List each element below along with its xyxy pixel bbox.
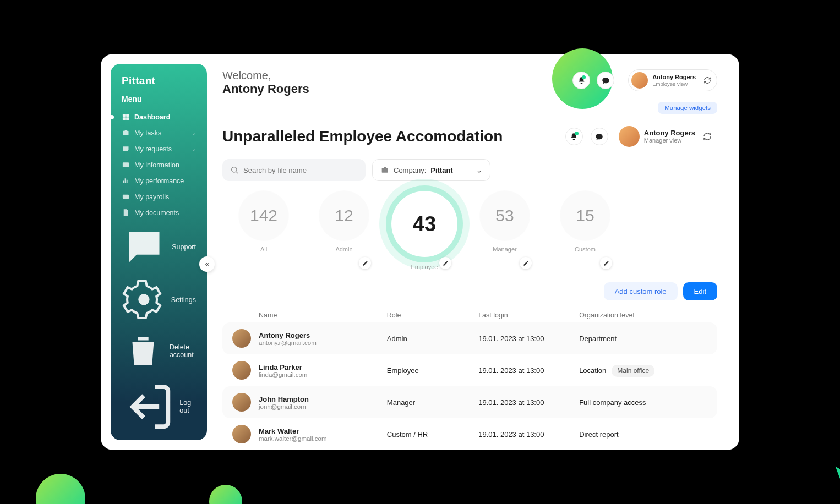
cell-login: 19.01. 2023 at 13:00 bbox=[478, 430, 579, 439]
sidebar-item-information[interactable]: My information bbox=[114, 157, 204, 173]
stat-manager[interactable]: 53Manager bbox=[474, 191, 535, 270]
avatar bbox=[631, 72, 648, 89]
sidebar-item-label: My performance bbox=[134, 177, 184, 185]
svg-rect-5 bbox=[123, 195, 129, 199]
cell-org: Full company access bbox=[579, 398, 646, 407]
profile-switcher-employee[interactable]: Antony Rogers Employee view bbox=[628, 69, 717, 91]
stat-number: 53 bbox=[495, 206, 514, 225]
company-filter[interactable]: Company: Pittant ⌄ bbox=[372, 159, 490, 181]
refresh-icon bbox=[703, 132, 712, 141]
stat-bubble: 12 bbox=[319, 191, 369, 240]
controls-row: Company: Pittant ⌄ bbox=[222, 159, 717, 181]
page-title: Unparalleled Employee Accomodation bbox=[222, 128, 558, 145]
sidebar-item-settings[interactable]: Settings bbox=[114, 273, 204, 326]
search-input[interactable] bbox=[243, 166, 358, 174]
cell-role: Custom / HR bbox=[387, 430, 478, 439]
dashboard-icon bbox=[122, 113, 130, 121]
profile-name: Antony Rogers bbox=[652, 74, 696, 80]
sidebar-item-label: My payrolls bbox=[134, 193, 169, 201]
profile-name: Antony Rogers bbox=[644, 129, 695, 137]
notifications-button[interactable] bbox=[572, 72, 590, 89]
id-card-icon bbox=[122, 161, 130, 169]
cell-name: Linda Parker bbox=[259, 363, 387, 371]
stat-custom[interactable]: 15Custom bbox=[555, 191, 615, 270]
wallet-icon bbox=[122, 193, 130, 201]
sidebar-item-payrolls[interactable]: My payrolls bbox=[114, 189, 204, 205]
sidebar-item-label: Delete account bbox=[170, 343, 196, 359]
sidebar-item-requests[interactable]: My requests ⌄ bbox=[114, 141, 204, 157]
document-icon bbox=[122, 209, 130, 217]
manage-widgets-button[interactable]: Manage widgets bbox=[658, 102, 717, 114]
profile-role: Employee view bbox=[652, 81, 696, 87]
sidebar-item-tasks[interactable]: My tasks ⌄ bbox=[114, 125, 204, 141]
sidebar-item-delete[interactable]: Delete account bbox=[114, 326, 204, 376]
avatar bbox=[619, 126, 640, 147]
profile-switcher-manager[interactable]: Antony Rogers Manager view bbox=[616, 124, 717, 149]
cell-name: Antony Rogers bbox=[259, 331, 387, 339]
stat-label: Manager bbox=[493, 246, 516, 253]
collapse-sidebar-button[interactable]: « bbox=[199, 256, 215, 272]
edit-stat-button[interactable] bbox=[359, 257, 371, 269]
chart-icon bbox=[122, 177, 130, 185]
chat-icon bbox=[122, 224, 167, 270]
edit-button[interactable]: Edit bbox=[683, 282, 717, 300]
sidebar-item-performance[interactable]: My performance bbox=[114, 173, 204, 189]
edit-stat-button[interactable] bbox=[439, 257, 451, 269]
cell-role: Manager bbox=[387, 398, 478, 407]
sidebar-item-documents[interactable]: My documents bbox=[114, 205, 204, 221]
add-custom-role-button[interactable]: Add custom role bbox=[604, 282, 678, 300]
svg-rect-4 bbox=[123, 162, 129, 167]
cell-name: John Hampton bbox=[259, 395, 387, 403]
stat-label: Employee bbox=[411, 264, 438, 270]
welcome-greeting: Welcome, bbox=[222, 69, 309, 82]
chevron-down-icon: ⌄ bbox=[192, 130, 196, 136]
table-actions: Add custom role Edit bbox=[222, 282, 717, 300]
col-login: Last login bbox=[478, 311, 579, 319]
sidebar-item-support[interactable]: Support bbox=[114, 221, 204, 273]
chat-bubble-icon bbox=[595, 133, 603, 141]
search-icon bbox=[230, 166, 239, 174]
stat-employee[interactable]: 43Employee bbox=[394, 191, 455, 270]
stat-all[interactable]: 142All bbox=[233, 191, 294, 270]
cell-email: linda@gmail.com bbox=[259, 371, 387, 378]
messages-button[interactable] bbox=[597, 72, 614, 89]
sidebar-item-label: Settings bbox=[171, 296, 196, 304]
svg-point-6 bbox=[138, 294, 149, 305]
pencil-icon bbox=[523, 260, 529, 266]
header: Welcome, Antony Rogers Antony Rogers Emp… bbox=[222, 69, 717, 96]
table-row[interactable]: Linda Parkerlinda@gmail.comEmployee19.01… bbox=[222, 354, 717, 386]
stat-admin[interactable]: 12Admin bbox=[314, 191, 374, 270]
decor-circle bbox=[209, 485, 242, 504]
app-window: Pittant Menu Dashboard My tasks ⌄ My req… bbox=[101, 54, 739, 450]
edit-stat-button[interactable] bbox=[600, 257, 612, 269]
sidebar-footer-list: Support Settings Delete account Log out bbox=[111, 221, 207, 440]
col-org: Organization level bbox=[579, 311, 707, 319]
decor-circle bbox=[36, 474, 85, 504]
table-row[interactable]: John Hamptonjonh@gmail.comManager19.01. … bbox=[222, 386, 717, 418]
cursor-click-icon bbox=[831, 462, 840, 487]
cell-name: Mark Walter bbox=[259, 427, 387, 435]
notifications-button-2[interactable] bbox=[565, 128, 583, 145]
nav-list: Dashboard My tasks ⌄ My requests ⌄ My in… bbox=[111, 109, 207, 221]
main-content: Welcome, Antony Rogers Antony Rogers Emp… bbox=[217, 54, 739, 450]
cell-email: jonh@gmail.com bbox=[259, 403, 387, 410]
sidebar-item-label: My tasks bbox=[134, 129, 161, 137]
messages-button-2[interactable] bbox=[591, 128, 608, 145]
org-tag: Main office bbox=[612, 365, 654, 377]
svg-rect-1 bbox=[126, 114, 129, 117]
table-row[interactable]: Antony Rogersantony.r@gmail.comAdmin19.0… bbox=[222, 322, 717, 354]
edit-stat-button[interactable] bbox=[520, 257, 532, 269]
cell-org: Direct report bbox=[579, 430, 619, 439]
avatar bbox=[232, 329, 251, 348]
avatar bbox=[232, 425, 251, 443]
stat-label: Admin bbox=[335, 246, 352, 253]
stat-number: 15 bbox=[576, 206, 594, 225]
sidebar-item-logout[interactable]: Log out bbox=[114, 376, 204, 437]
welcome-name: Antony Rogers bbox=[222, 82, 309, 96]
cell-login: 19.01. 2023 at 13:00 bbox=[478, 335, 579, 343]
sidebar-item-dashboard[interactable]: Dashboard bbox=[114, 109, 204, 125]
avatar bbox=[232, 393, 251, 412]
filter-value: Pittant bbox=[430, 166, 452, 174]
svg-rect-3 bbox=[126, 117, 129, 120]
table-row[interactable]: Mark Waltermark.walter@gmail.comCustom /… bbox=[222, 418, 717, 450]
